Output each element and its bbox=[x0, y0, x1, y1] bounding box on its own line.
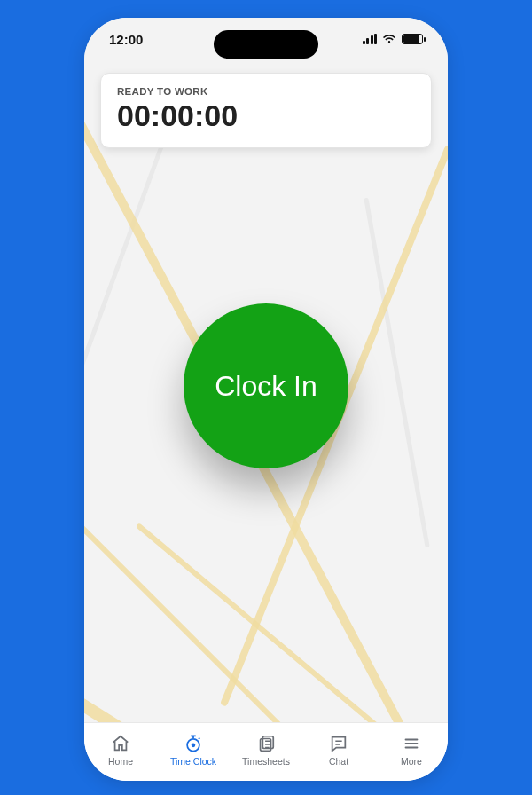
work-status-label: READY TO WORK bbox=[117, 86, 415, 97]
home-icon bbox=[111, 734, 130, 753]
status-time: 12:00 bbox=[109, 32, 143, 47]
timesheets-icon bbox=[256, 734, 276, 753]
device-notch bbox=[214, 30, 318, 59]
chat-icon bbox=[329, 734, 348, 753]
phone-frame: 12:00 READY TO WORK 00:00:00 bbox=[84, 18, 448, 781]
stopwatch-icon bbox=[184, 734, 203, 753]
screen: READY TO WORK 00:00:00 Clock In Home bbox=[84, 18, 448, 781]
nav-item-chat[interactable]: Chat bbox=[308, 734, 370, 767]
status-right bbox=[363, 34, 424, 44]
bottom-nav: Home Time Clock Timeshee bbox=[84, 722, 448, 781]
nav-label: Chat bbox=[329, 756, 348, 767]
elapsed-timer: 00:00:00 bbox=[117, 98, 415, 133]
nav-item-time-clock[interactable]: Time Clock bbox=[162, 734, 224, 767]
nav-label: Time Clock bbox=[170, 756, 216, 767]
nav-label: More bbox=[401, 756, 422, 767]
cellular-signal-icon bbox=[363, 34, 378, 44]
nav-label: Timesheets bbox=[242, 756, 290, 767]
clock-in-button[interactable]: Clock In bbox=[184, 303, 348, 468]
battery-icon bbox=[402, 34, 423, 44]
clock-in-button-label: Clock In bbox=[215, 370, 317, 403]
nav-label: Home bbox=[108, 756, 133, 767]
timer-card: READY TO WORK 00:00:00 bbox=[100, 73, 432, 148]
nav-item-home[interactable]: Home bbox=[90, 734, 152, 767]
wifi-icon bbox=[382, 34, 396, 44]
nav-item-more[interactable]: More bbox=[380, 734, 442, 767]
svg-point-1 bbox=[192, 744, 196, 748]
menu-icon bbox=[402, 734, 421, 753]
nav-item-timesheets[interactable]: Timesheets bbox=[235, 734, 297, 767]
